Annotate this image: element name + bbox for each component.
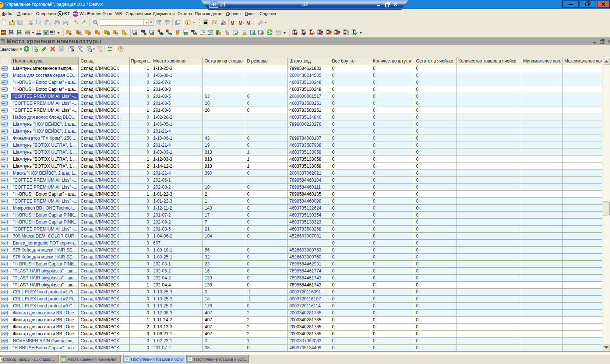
svg-text:?: ? <box>120 47 122 51</box>
svg-text:$: $ <box>45 32 46 35</box>
svg-text:ЕОК: ЕОК <box>60 49 63 51</box>
svg-text:WB: WB <box>73 13 78 15</box>
svg-text:31: 31 <box>213 22 216 25</box>
